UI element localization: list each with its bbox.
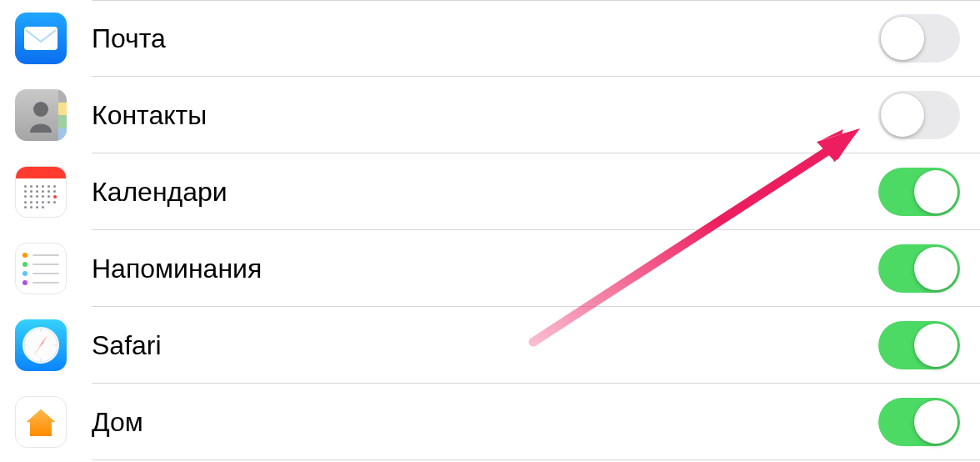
row-home-label: Дом: [92, 407, 878, 438]
toggle-reminders[interactable]: [878, 244, 960, 293]
settings-list: Почта Контакты: [0, 0, 980, 460]
reminders-icon: [15, 243, 67, 294]
toggle-contacts[interactable]: [878, 91, 960, 139]
toggle-mail[interactable]: [878, 14, 960, 63]
row-mail: Почта: [0, 0, 980, 77]
mail-icon: [15, 13, 67, 64]
row-safari: Safari: [0, 307, 980, 384]
home-icon: [15, 396, 67, 448]
calendar-icon: [15, 166, 67, 218]
row-safari-label: Safari: [92, 330, 878, 361]
row-calendars-label: Календари: [92, 177, 878, 208]
svg-point-1: [33, 102, 48, 117]
row-home: Дом: [0, 384, 980, 460]
row-mail-label: Почта: [92, 23, 878, 54]
row-contacts-label: Контакты: [92, 100, 878, 131]
row-contacts: Контакты: [0, 77, 980, 153]
toggle-home[interactable]: [878, 398, 960, 446]
toggle-calendars[interactable]: [878, 168, 960, 216]
row-calendars: Календари: [0, 153, 980, 230]
contacts-icon: [15, 89, 67, 141]
safari-icon: [15, 319, 67, 371]
svg-rect-0: [24, 27, 58, 50]
row-reminders: Напоминания: [0, 230, 980, 307]
row-reminders-label: Напоминания: [92, 254, 878, 284]
toggle-safari[interactable]: [878, 321, 960, 369]
